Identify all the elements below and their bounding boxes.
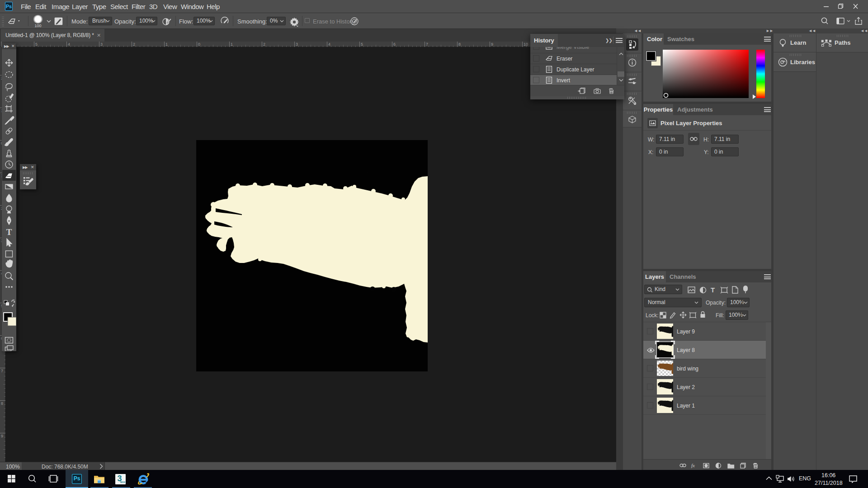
svg-text:T: T bbox=[6, 227, 12, 237]
svg-text:fx: fx bbox=[691, 463, 695, 468]
